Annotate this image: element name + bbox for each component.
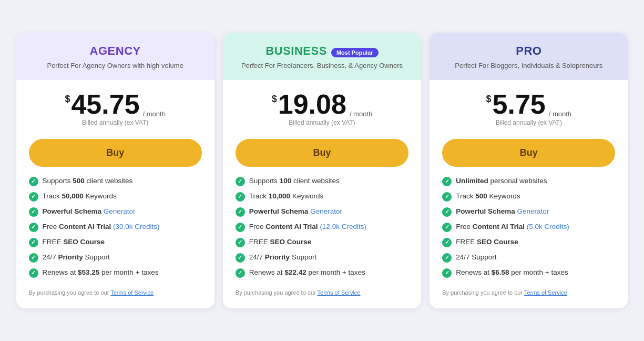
- feature-text: 24/7 Priority Support: [43, 253, 110, 263]
- feature-text: Track 50,000 Keywords: [43, 192, 117, 202]
- feature-text: Free Content AI Trial (30.0k Credits): [43, 222, 160, 232]
- feature-text: Powerful Schema Generator: [456, 207, 549, 217]
- plan-subtitle-pro: Perfect For Bloggers, Individuals & Solo…: [442, 61, 615, 71]
- feature-text: FREE SEO Course: [249, 237, 312, 247]
- features-list-business: Supports 100 client websitesTrack 10,000…: [223, 176, 421, 283]
- feature-item: Powerful Schema Generator: [236, 207, 408, 217]
- feature-item: 24/7 Priority Support: [29, 253, 202, 263]
- feature-item: FREE SEO Course: [29, 237, 202, 247]
- price-amount: 45.75: [71, 91, 139, 118]
- features-list-pro: Unlimited personal websitesTrack 500 Key…: [430, 176, 628, 283]
- price-billed: Billed annually (ex VAT): [236, 119, 408, 126]
- check-icon: [442, 238, 452, 247]
- plan-title-business: BUSINESS: [265, 44, 326, 58]
- check-icon: [442, 207, 452, 217]
- check-icon: [236, 177, 245, 186]
- price-dollar: $: [272, 94, 277, 105]
- price-dollar: $: [486, 94, 492, 105]
- feature-item: Free Content AI Trial (5.0k Credits): [442, 222, 615, 232]
- price-amount: 5.75: [493, 91, 546, 118]
- feature-item: Unlimited personal websites: [442, 176, 615, 186]
- card-header-business: BUSINESSMost PopularPerfect For Freelanc…: [223, 33, 421, 80]
- feature-item: Powerful Schema Generator: [442, 207, 615, 217]
- check-icon: [29, 177, 38, 186]
- feature-text: Track 500 Keywords: [456, 192, 520, 202]
- feature-item: Free Content AI Trial (12.0k Credits): [236, 222, 408, 232]
- check-icon: [236, 192, 245, 202]
- check-icon: [29, 207, 38, 217]
- price-dollar: $: [65, 94, 70, 105]
- plan-title-pro: PRO: [516, 44, 541, 58]
- plan-subtitle-agency: Perfect For Agency Owners with high volu…: [29, 61, 202, 71]
- feature-item: Supports 500 client websites: [29, 176, 202, 186]
- feature-item: Track 500 Keywords: [442, 192, 615, 202]
- price-period: / month: [350, 110, 372, 118]
- features-list-agency: Supports 500 client websitesTrack 50,000…: [16, 176, 214, 283]
- plan-subtitle-business: Perfect For Freelancers, Business, & Age…: [236, 61, 408, 71]
- pricing-container: AGENCYPerfect For Agency Owners with hig…: [12, 33, 632, 308]
- card-header-agency: AGENCYPerfect For Agency Owners with hig…: [16, 33, 214, 80]
- check-icon: [29, 268, 38, 278]
- feature-text: FREE SEO Course: [43, 237, 105, 247]
- feature-text: Track 10,000 Keywords: [249, 192, 323, 202]
- check-icon: [29, 238, 38, 247]
- feature-item: Renews at $22.42 per month + taxes: [236, 268, 408, 278]
- feature-item: Supports 100 client websites: [236, 176, 408, 186]
- terms-text: By purchasing you agree to our Terms of …: [223, 283, 421, 298]
- feature-text: Powerful Schema Generator: [249, 207, 342, 217]
- price-period: / month: [549, 110, 571, 118]
- check-icon: [442, 192, 452, 202]
- pricing-card-business: BUSINESSMost PopularPerfect For Freelanc…: [223, 33, 421, 308]
- feature-item: 24/7 Priority Support: [236, 253, 408, 263]
- feature-text: Renews at $22.42 per month + taxes: [249, 268, 365, 278]
- feature-item: Track 50,000 Keywords: [29, 192, 202, 202]
- card-header-pro: PROPerfect For Bloggers, Individuals & S…: [430, 33, 628, 80]
- terms-text: By purchasing you agree to our Terms of …: [16, 283, 214, 298]
- check-icon: [236, 268, 245, 278]
- feature-text: Supports 100 client websites: [249, 176, 340, 186]
- feature-item: Free Content AI Trial (30.0k Credits): [29, 222, 202, 232]
- check-icon: [29, 223, 38, 232]
- feature-text: Supports 500 client websites: [43, 176, 133, 186]
- feature-item: Renews at $6.58 per month + taxes: [442, 268, 615, 278]
- check-icon: [236, 253, 245, 263]
- check-icon: [29, 253, 38, 263]
- feature-text: Free Content AI Trial (5.0k Credits): [456, 222, 569, 232]
- feature-text: Powerful Schema Generator: [43, 207, 136, 217]
- feature-item: Renews at $53.25 per month + taxes: [29, 268, 202, 278]
- pricing-card-pro: PROPerfect For Bloggers, Individuals & S…: [430, 33, 628, 308]
- feature-text: Renews at $53.25 per month + taxes: [43, 268, 159, 278]
- popular-badge: Most Popular: [331, 48, 379, 57]
- terms-text: By purchasing you agree to our Terms of …: [430, 283, 628, 298]
- buy-button-agency[interactable]: Buy: [29, 139, 202, 167]
- price-billed: Billed annually (ex VAT): [442, 119, 615, 126]
- buy-button-business[interactable]: Buy: [236, 139, 408, 167]
- pricing-section-business: $19.08/ monthBilled annually (ex VAT): [223, 80, 421, 132]
- feature-text: Renews at $6.58 per month + taxes: [456, 268, 568, 278]
- feature-item: 24/7 Support: [442, 253, 615, 263]
- check-icon: [236, 238, 245, 247]
- feature-item: Powerful Schema Generator: [29, 207, 202, 217]
- terms-link[interactable]: Terms of Service: [524, 289, 567, 296]
- check-icon: [442, 268, 452, 278]
- feature-text: 24/7 Priority Support: [249, 253, 316, 263]
- terms-link[interactable]: Terms of Service: [318, 289, 361, 296]
- terms-link[interactable]: Terms of Service: [110, 289, 154, 296]
- feature-item: FREE SEO Course: [442, 237, 615, 247]
- feature-text: FREE SEO Course: [456, 237, 518, 247]
- check-icon: [442, 253, 452, 263]
- check-icon: [236, 223, 245, 232]
- feature-item: Track 10,000 Keywords: [236, 192, 408, 202]
- check-icon: [442, 177, 452, 186]
- feature-text: Free Content AI Trial (12.0k Credits): [249, 222, 366, 232]
- check-icon: [442, 223, 452, 232]
- pricing-section-pro: $5.75/ monthBilled annually (ex VAT): [430, 80, 628, 132]
- price-amount: 19.08: [278, 91, 346, 118]
- feature-item: FREE SEO Course: [236, 237, 408, 247]
- buy-button-pro[interactable]: Buy: [442, 139, 615, 167]
- check-icon: [29, 192, 38, 202]
- feature-text: 24/7 Support: [456, 253, 496, 263]
- price-period: / month: [143, 110, 166, 118]
- pricing-section-agency: $45.75/ monthBilled annually (ex VAT): [16, 80, 214, 132]
- plan-title-agency: AGENCY: [90, 44, 141, 58]
